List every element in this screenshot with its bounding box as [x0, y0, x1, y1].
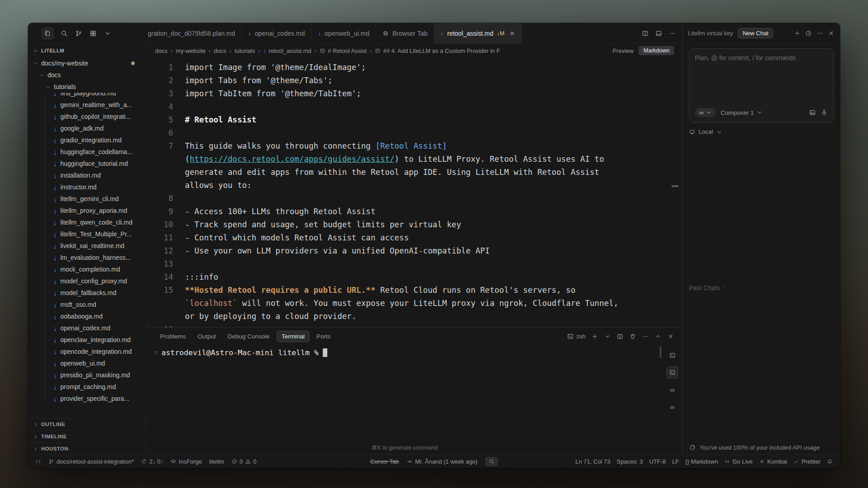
panel-tab-ports[interactable]: Ports — [311, 331, 336, 342]
prettier[interactable]: Prettier — [793, 458, 821, 465]
breadcrumb-item[interactable]: tutorials — [235, 47, 255, 54]
breadcrumb-item[interactable]: docs — [155, 47, 167, 54]
sidebar-section-outline[interactable]: OUTLINE — [28, 418, 146, 430]
chat-more-button[interactable] — [816, 30, 823, 37]
local-selector[interactable]: Local — [689, 128, 834, 135]
folder-row[interactable]: tutorials — [28, 81, 146, 93]
more-button[interactable] — [669, 30, 676, 37]
preview-button[interactable]: Preview — [613, 47, 633, 54]
close-chat-panel-button[interactable] — [828, 30, 835, 37]
folder-row[interactable]: docs/my-website — [28, 57, 146, 69]
rail-infinity-button[interactable]: ∞ — [666, 384, 678, 395]
language-mode[interactable]: {} Markdown — [685, 458, 718, 465]
chevron-down-activity-button[interactable] — [104, 30, 111, 37]
close-tab-button[interactable] — [509, 30, 515, 37]
file-item[interactable]: ↓opencode_integration.md — [28, 346, 146, 357]
files-activity-button[interactable] — [42, 28, 53, 39]
file-item[interactable]: ↓livekit_xai_realtime.md — [28, 240, 146, 252]
editor-scrollbar-thumb[interactable] — [671, 185, 679, 187]
code-editor[interactable]: 1import Image from '@theme/IdealImage';2… — [147, 57, 682, 327]
file-item[interactable]: ↓provider_specific_para... — [28, 393, 146, 404]
new-chat-tab[interactable]: New Chat — [738, 28, 774, 38]
add-chat-button[interactable] — [794, 30, 801, 37]
terminal-output[interactable]: astrodevil@Astro-Mac-mini litellm % ⌘K t… — [147, 345, 662, 455]
file-item[interactable]: ↓gemini_realtime_with_a... — [28, 99, 146, 111]
editor-tab[interactable]: Browser Tab — [376, 23, 434, 43]
encoding[interactable]: UTF-8 — [649, 458, 666, 465]
kill-terminal-button[interactable] — [629, 333, 636, 340]
file-item[interactable]: ↓model_fallbacks.md — [28, 287, 146, 299]
search-activity-button[interactable] — [61, 30, 68, 37]
file-item[interactable]: ↓model_config_proxy.md — [28, 275, 146, 287]
chat-input[interactable]: Plan, @ for context, / for commands ∞ Co… — [689, 48, 834, 123]
file-item[interactable]: ↓mock_completion.md — [28, 263, 146, 275]
insforge[interactable]: InsForge — [170, 458, 202, 465]
rail-terminal-button[interactable] — [666, 366, 678, 378]
chat-history-button[interactable] — [805, 30, 812, 37]
git-branch[interactable]: docs/retool-assist-integration* — [48, 458, 134, 465]
maximize-panel-button[interactable] — [655, 333, 661, 340]
file-item[interactable]: ↓huggingface_tutorial.md — [28, 158, 146, 169]
breadcrumb-item[interactable]: ## 4. Add LiteLLM as a Custom Provider i… — [375, 47, 500, 54]
file-item[interactable]: ↓openweb_ui.md — [28, 357, 146, 369]
source-control-activity-button[interactable] — [75, 30, 82, 37]
kombai[interactable]: Kombai — [759, 458, 787, 465]
split-terminal-button[interactable] — [617, 333, 623, 340]
rail-infinity-button[interactable]: ∞ — [666, 401, 678, 413]
split-editor-button[interactable] — [642, 30, 649, 37]
terminal-scrollbar[interactable] — [660, 347, 661, 358]
file-item[interactable]: ↓installation.md — [28, 169, 146, 181]
editor-tab[interactable]: gration_doc_d075fd58.plan.md — [147, 23, 242, 43]
panel-tab-debug-console[interactable]: Debug Console — [223, 331, 275, 342]
extensions-activity-button[interactable] — [90, 30, 97, 37]
new-terminal-button[interactable] — [591, 333, 598, 340]
file-item[interactable]: ↓openai_codex.md — [28, 322, 146, 334]
file-item[interactable]: ↓litellm_Test_Multiple_Pr... — [28, 228, 146, 240]
folder-row[interactable]: docs — [28, 69, 146, 81]
explorer-section-header[interactable]: LITELLM — [28, 44, 146, 57]
file-item[interactable]: ↓msft_sso.md — [28, 299, 146, 310]
layout-button[interactable] — [655, 30, 662, 37]
editor-tab[interactable]: ↓openai_codex.md — [242, 23, 311, 43]
sidebar-section-timeline[interactable]: TIMELINE — [28, 430, 146, 442]
editor-tab[interactable]: ↓openweb_ui.md — [311, 23, 376, 43]
shell-selector[interactable]: zsh — [567, 333, 585, 340]
file-item[interactable]: ↓instructor.md — [28, 181, 146, 193]
breadcrumb-item[interactable]: # Retool Assist — [320, 47, 367, 54]
attach-image-button[interactable] — [809, 109, 816, 116]
workspace-litellm[interactable]: litellm — [209, 458, 224, 465]
file-item[interactable]: ↓google_adk.md — [28, 122, 146, 134]
file-item[interactable]: ↓gradio_integration.md — [28, 134, 146, 146]
file-item[interactable]: ↓litellm_gemini_cli.md — [28, 193, 146, 205]
go-live[interactable]: Go Live — [724, 458, 753, 465]
terminal-dropdown-chevron[interactable] — [604, 333, 611, 340]
git-sync[interactable]: 2↓ 0↑ — [141, 458, 163, 465]
file-item[interactable]: ↓github_copilot_integrati... — [28, 111, 146, 122]
file-item[interactable]: ↓prompt_caching.md — [28, 381, 146, 393]
indentation[interactable]: Spaces: 3 — [617, 458, 643, 465]
file-item[interactable]: ↓presidio_pii_masking.md — [28, 369, 146, 381]
model-selector[interactable]: Composer 1 — [721, 109, 763, 116]
remote-indicator[interactable] — [35, 459, 41, 465]
markdown-mode-button[interactable]: Markdown — [639, 46, 674, 55]
breadcrumb-item[interactable]: ↓retool_assist.md — [264, 47, 311, 54]
terminal-more-button[interactable] — [642, 333, 649, 340]
sidebar-section-houston[interactable]: HOUSTON — [28, 442, 146, 455]
agent-mode-selector[interactable]: ∞ — [695, 108, 716, 117]
chat-tab-title[interactable]: Litellm virtual key — [688, 30, 733, 37]
panel-tab-output[interactable]: Output — [193, 331, 221, 342]
file-item[interactable]: ↓oobabooga.md — [28, 310, 146, 322]
search-toggle[interactable] — [486, 457, 498, 466]
breadcrumb-item[interactable]: my-website — [176, 47, 206, 54]
panel-tab-terminal[interactable]: Terminal — [277, 331, 310, 342]
rail-terminal-button[interactable] — [666, 349, 678, 361]
cursor-tab-toggle[interactable]: Cursor Tab — [370, 458, 399, 465]
file-item[interactable]: ↓huggingface_codellama... — [28, 146, 146, 158]
file-item[interactable]: ↓litellm_proxy_aporia.md — [28, 205, 146, 216]
cursor-position[interactable]: Ln 71, Col 73 — [576, 458, 610, 465]
file-item[interactable]: ↓openclaw_integration.md — [28, 334, 146, 346]
file-item[interactable]: ↓first_playground.md — [28, 93, 146, 99]
git-blame[interactable]: Mr. Ånand (1 week ago) — [407, 458, 477, 465]
problems[interactable]: 00 — [231, 458, 256, 465]
close-panel-button[interactable] — [667, 333, 674, 340]
